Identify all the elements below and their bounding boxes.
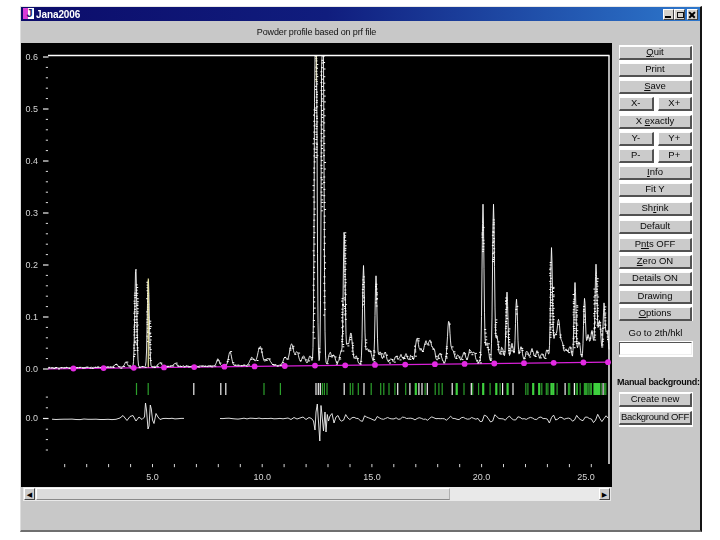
svg-text:5.0: 5.0	[146, 472, 159, 482]
svg-text:10.0: 10.0	[253, 472, 271, 482]
svg-text:25.0: 25.0	[577, 472, 595, 482]
svg-text:20.0: 20.0	[473, 472, 491, 482]
svg-text:0.1: 0.1	[25, 312, 38, 322]
svg-text:0.2: 0.2	[25, 260, 38, 270]
svg-text:0.0: 0.0	[25, 364, 38, 374]
svg-text:0.6: 0.6	[25, 52, 38, 62]
svg-text:15.0: 15.0	[363, 472, 381, 482]
svg-text:0.0: 0.0	[25, 413, 38, 423]
svg-text:0.3: 0.3	[25, 208, 38, 218]
svg-text:0.4: 0.4	[25, 156, 38, 166]
svg-text:0.5: 0.5	[25, 104, 38, 114]
